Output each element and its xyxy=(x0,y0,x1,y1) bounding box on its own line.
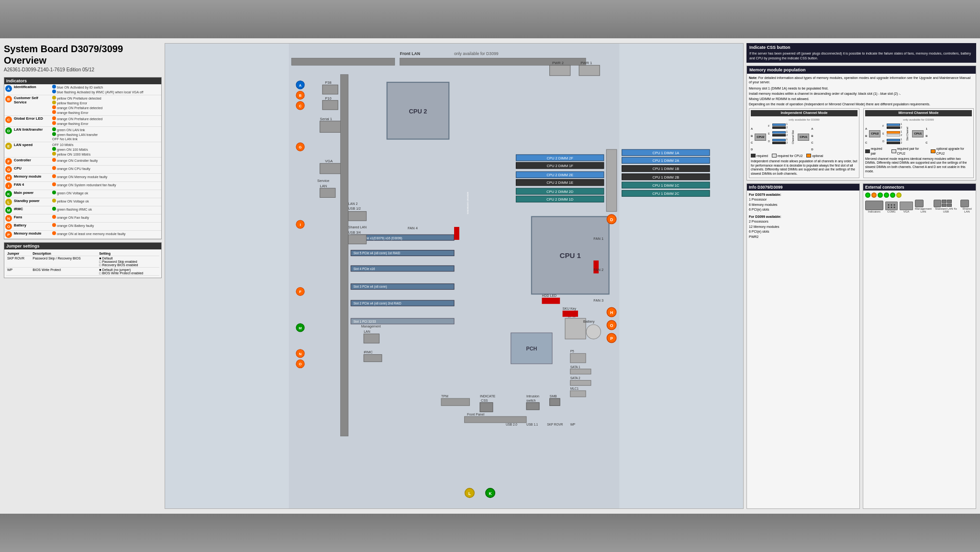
svg-rect-96 xyxy=(565,318,586,339)
svg-rect-89 xyxy=(454,227,459,240)
svg-text:CPU 1 DIMM 1A: CPU 1 DIMM 1A xyxy=(652,151,679,155)
jumper-col-desc: Description xyxy=(32,251,98,256)
indicator-circle-k: K xyxy=(5,191,12,197)
indicator-circle-a: A xyxy=(5,85,12,92)
svg-text:O: O xyxy=(610,323,613,328)
d3099-item2: 12 Memory modules xyxy=(749,225,858,230)
legend-req-cpu2-text: required for CPU2 xyxy=(778,154,802,158)
svg-text:CSS: CSS xyxy=(481,399,488,402)
jumper-row-skprovr: SKP ROVR Password Skip / Recovery BIOS ■… xyxy=(6,256,159,268)
svg-rect-1 xyxy=(291,58,395,65)
ind-state-o1: orange ON Battery faulty xyxy=(52,223,160,228)
independent-title: Independent Channel Mode xyxy=(751,110,858,116)
indicator-circle-f: F xyxy=(5,158,12,165)
mir-channel-vertical: Slot Channel xyxy=(905,123,910,145)
indicator-row-c: C Global Error LED orange ON Prefailure … xyxy=(4,116,161,127)
svg-rect-103 xyxy=(570,353,586,362)
vga-port xyxy=(900,202,913,210)
legend-required: required xyxy=(751,154,768,158)
mir-channel-labels-right: 1 B C xyxy=(925,123,927,145)
indicator-label-b: Customer Self Service xyxy=(14,96,38,104)
indicator-circle-m: M xyxy=(5,207,12,214)
svg-text:Intrusion: Intrusion xyxy=(526,394,539,398)
indicator-circle-h: H xyxy=(5,174,12,181)
vga-label: VGA xyxy=(900,210,913,213)
board-svg: Front LAN only available for D3099 PWR 2… xyxy=(165,44,743,508)
svg-text:Service: Service xyxy=(317,179,329,183)
svg-rect-119 xyxy=(526,403,539,410)
svg-text:LAN: LAN xyxy=(364,330,370,333)
d3099-item1: 2 Processors xyxy=(749,219,858,225)
svg-text:CPU 1 DIMM 2A: CPU 1 DIMM 2A xyxy=(652,158,679,163)
svg-rect-35 xyxy=(320,188,335,197)
mir-cpu2: CPU2 xyxy=(869,123,880,145)
indicator-row-i: I FAN 4 orange ON System redundant fan f… xyxy=(4,182,161,190)
svg-rect-105 xyxy=(570,369,591,374)
svg-point-147 xyxy=(894,206,895,208)
svg-point-146 xyxy=(891,206,892,208)
ind-state-n1: orange ON Fan faulty xyxy=(52,215,160,220)
indicator-row-m: M iRMC green flashing iRMC ok xyxy=(4,206,161,214)
svg-text:M: M xyxy=(299,326,301,330)
ind-state-c1: orange ON Prefailure detected xyxy=(52,116,160,121)
svg-text:SKU Key: SKU Key xyxy=(563,307,577,311)
indicator-label-o: Battery xyxy=(14,223,26,227)
ind-channel-vertical: Channel Slot xyxy=(791,123,796,152)
ind-state-i1: orange ON System redundant fan faulty xyxy=(52,182,160,187)
svg-text:Serial 1: Serial 1 xyxy=(320,117,332,121)
usb-port-2 xyxy=(947,200,952,203)
svg-text:A: A xyxy=(299,83,302,88)
info-d3079-content: For D3079 available: 1 Processor 6 Memor… xyxy=(747,191,859,242)
svg-text:Management: Management xyxy=(361,325,381,328)
metal-bottom-bar xyxy=(0,514,980,552)
indicator-circle-o: O xyxy=(5,223,12,230)
svg-text:SATA 2: SATA 2 xyxy=(570,376,580,380)
title-area: System Board D3079/3099 Overview A26361-… xyxy=(4,43,162,72)
legend-optional-text: optional xyxy=(812,154,823,158)
ext-std-lan-group: Standard LAN 4x USB xyxy=(934,200,958,213)
ind-state-e3: yellow ON 1000 Mbit/s xyxy=(52,152,160,157)
indicator-circle-l: L xyxy=(5,199,12,205)
indicator-circle-g: G xyxy=(5,166,12,173)
indicator-label-h: Memory module xyxy=(14,174,42,179)
svg-text:D: D xyxy=(610,217,613,222)
mir-slots: F 12 E xyxy=(882,123,903,145)
ext-mgmt-lan-group: Management LAN xyxy=(915,200,932,213)
jumper-name-2: WP xyxy=(6,268,32,276)
d3099-label: For D3099 available: xyxy=(749,214,858,220)
svg-text:CPU 2 DIMM 1E: CPU 2 DIMM 1E xyxy=(546,180,573,185)
jumper-section: Jumper settings Jumper Description Setti… xyxy=(4,242,162,278)
svg-text:CPU 1 DIMM 1C: CPU 1 DIMM 1C xyxy=(652,183,679,188)
indicator-dots-group xyxy=(865,192,902,198)
ind-state-g1: orange ON CPU faulty xyxy=(52,166,160,171)
svg-text:Battery: Battery xyxy=(583,319,595,324)
svg-text:CPU 2 DIMM 1D: CPU 2 DIMM 1D xyxy=(546,197,574,202)
memory-pop-header: Memory module population xyxy=(747,66,976,74)
ind-cpu2-block: CPU2 xyxy=(755,123,766,152)
svg-text:MLC1: MLC1 xyxy=(570,387,579,390)
indicator-label-m: iRMC xyxy=(14,207,23,211)
middle-panel: Front LAN only available for D3099 PWR 2… xyxy=(165,43,744,509)
mirrored-subtitle: only available for D3099 xyxy=(865,118,972,122)
legend-optional: optional xyxy=(806,154,823,158)
ext-indicators-group: Indicators xyxy=(865,201,883,213)
ind-state-h1: orange ON Memory module faulty xyxy=(52,174,160,179)
svg-rect-52 xyxy=(606,149,617,211)
memory-pop-section: Memory module population Note: For detai… xyxy=(746,66,976,180)
svg-text:N: N xyxy=(299,352,301,356)
mirrored-title: Mirrored Channel Mode xyxy=(865,110,972,116)
svg-point-144 xyxy=(894,204,895,205)
legend-required-text: required xyxy=(757,154,768,158)
right-panel: Indicate CSS button If the server has be… xyxy=(746,43,976,509)
board-diagram: Front LAN only available for D3099 PWR 2… xyxy=(165,43,744,509)
info-d3079-box: Info D3079/D3099 For D3079 available: 1 … xyxy=(746,183,860,509)
ind-state-l1: yellow ON Voltage ok xyxy=(52,199,160,203)
jumper-col-jumper: Jumper xyxy=(6,251,32,256)
metal-top-bar xyxy=(0,0,980,38)
ext-diagram: Indicators COM1 VGA xyxy=(863,191,976,215)
svg-text:Front Panel: Front Panel xyxy=(467,413,485,416)
shared-lan-label: Shared LAN xyxy=(960,207,974,213)
ind-dot-3 xyxy=(878,192,883,198)
svg-text:PCH: PCH xyxy=(526,346,537,351)
indicator-circle-d: D xyxy=(5,127,12,134)
